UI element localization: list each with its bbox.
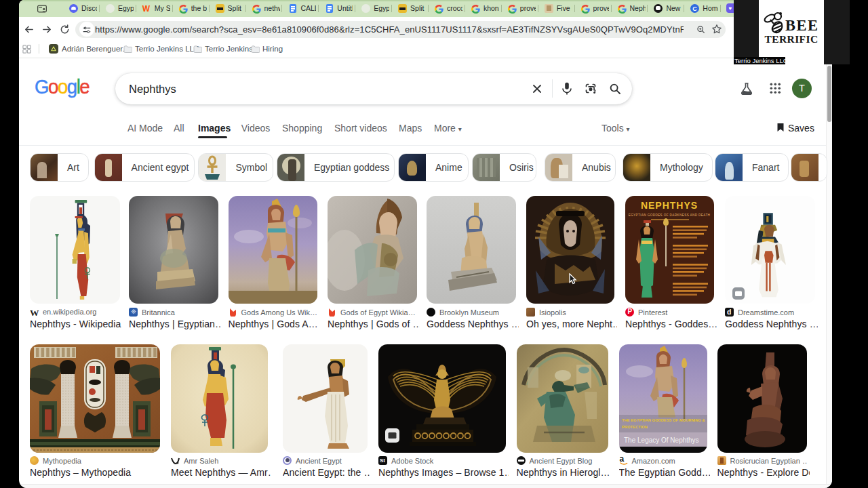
svg-text:EGYPTIAN GODDES OF DARKNESS AN: EGYPTIAN GODDES OF DARKNESS AND DEATH xyxy=(629,214,711,217)
svg-text:NEPHTHYS: NEPHTHYS xyxy=(641,200,698,211)
svg-text:THE EGYPTIAN GODDESS OF MOURNI: THE EGYPTIAN GODDESS OF MOURNING & xyxy=(622,418,705,422)
svg-text:PROTECTION: PROTECTION xyxy=(622,425,648,429)
svg-text:The Legacy Of Nephthys: The Legacy Of Nephthys xyxy=(624,436,699,444)
